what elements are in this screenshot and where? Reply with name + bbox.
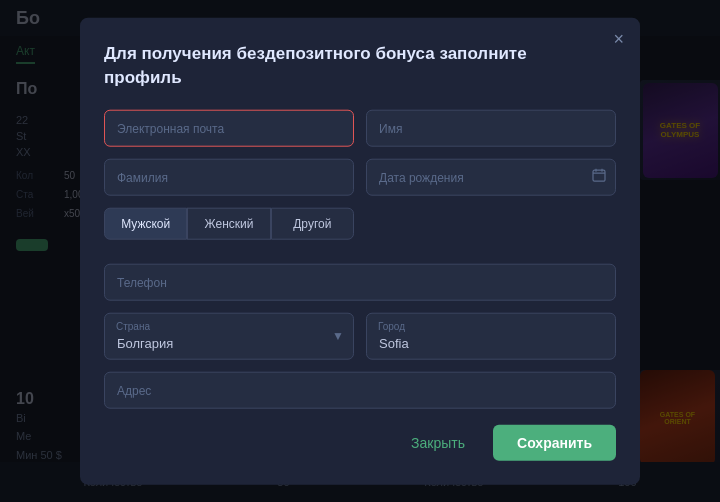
birthdate-wrapper bbox=[366, 158, 616, 195]
modal-close-button[interactable]: × bbox=[613, 30, 624, 48]
form-row-phone bbox=[104, 263, 616, 300]
city-input[interactable] bbox=[366, 312, 616, 359]
email-input[interactable] bbox=[104, 109, 354, 146]
gender-female-button[interactable]: Женский bbox=[187, 207, 270, 239]
form-col-surname bbox=[104, 158, 354, 195]
gender-male-button[interactable]: Мужской bbox=[104, 207, 187, 239]
city-input-wrapper: Город bbox=[366, 312, 616, 359]
form-col-birthdate bbox=[366, 158, 616, 195]
form-row-address bbox=[104, 371, 616, 408]
gender-toggle: Мужской Женский Другой bbox=[104, 207, 354, 239]
modal-dialog: × Для получения бездепозитного бонуса за… bbox=[80, 18, 640, 485]
form-col-name bbox=[366, 109, 616, 146]
surname-input[interactable] bbox=[104, 158, 354, 195]
address-input[interactable] bbox=[104, 371, 616, 408]
form-row-2 bbox=[104, 158, 616, 195]
form-col-gender: Мужской Женский Другой bbox=[104, 207, 354, 251]
close-button[interactable]: Закрыть bbox=[395, 426, 481, 458]
calendar-icon bbox=[592, 168, 606, 185]
form-col-phone bbox=[104, 263, 616, 300]
gender-other-button[interactable]: Другой bbox=[271, 207, 354, 239]
form-row-1 bbox=[104, 109, 616, 146]
form-col-city: Город bbox=[366, 312, 616, 359]
save-button[interactable]: Сохранить bbox=[493, 424, 616, 460]
form-row-location: Страна Болгария ▼ Город bbox=[104, 312, 616, 359]
birthdate-input[interactable] bbox=[366, 158, 616, 195]
form-row-gender: Мужской Женский Другой bbox=[104, 207, 616, 251]
modal-footer: Закрыть Сохранить bbox=[104, 424, 616, 460]
phone-input[interactable] bbox=[104, 263, 616, 300]
country-select-wrapper: Страна Болгария ▼ bbox=[104, 312, 354, 359]
form-col-email bbox=[104, 109, 354, 146]
form-col-country: Страна Болгария ▼ bbox=[104, 312, 354, 359]
form-col-address bbox=[104, 371, 616, 408]
country-label: Страна bbox=[116, 320, 150, 331]
modal-title: Для получения бездепозитного бонуса запо… bbox=[104, 42, 616, 90]
svg-rect-0 bbox=[593, 170, 605, 181]
name-input[interactable] bbox=[366, 109, 616, 146]
